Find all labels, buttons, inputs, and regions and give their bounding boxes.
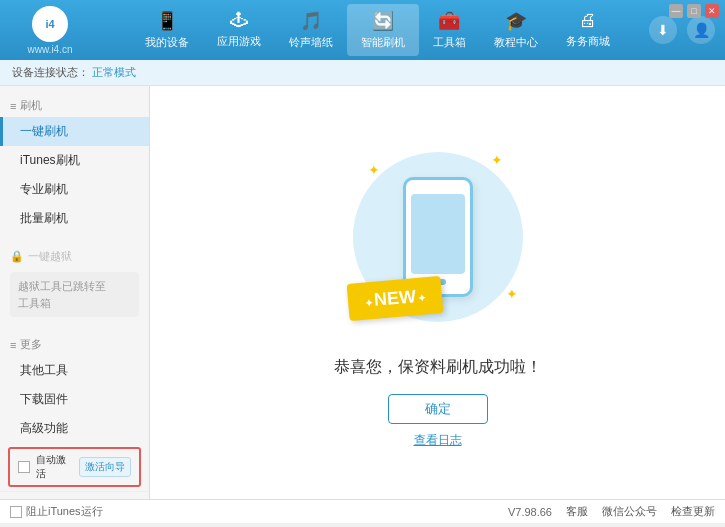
sidebar-section-jailbreak: 🔒 一键越狱 (0, 245, 149, 268)
breadcrumb-status: 正常模式 (92, 66, 136, 78)
sidebar-item-itunes-flash[interactable]: iTunes刷机 (0, 146, 149, 175)
view-log-link[interactable]: 查看日志 (414, 432, 462, 449)
sparkle-icon-1: ✦ (368, 162, 380, 178)
itunes-checkbox[interactable] (10, 506, 22, 518)
nav-ringtones[interactable]: 🎵 铃声墙纸 (275, 4, 347, 56)
breadcrumb-label: 设备连接状态： (12, 66, 89, 78)
header: i4 www.i4.cn 📱 我的设备 🕹 应用游戏 🎵 铃声墙纸 🔄 智能刷机 (0, 0, 725, 60)
my-device-icon: 📱 (156, 10, 178, 32)
nav-smart-flash-label: 智能刷机 (361, 35, 405, 50)
guide-button[interactable]: 激活向导 (79, 457, 131, 477)
logo-icon: i4 (32, 6, 68, 42)
sidebar-item-one-key-flash[interactable]: 一键刷机 (0, 117, 149, 146)
smart-flash-icon: 🔄 (372, 10, 394, 32)
flash-section-icon: ≡ (10, 100, 16, 112)
nav-service[interactable]: 🖨 务务商城 (552, 4, 624, 56)
confirm-button[interactable]: 确定 (388, 394, 488, 424)
success-message: 恭喜您，保资料刷机成功啦！ (334, 357, 542, 378)
content-area: NEW ✦ ✦ ✦ 恭喜您，保资料刷机成功啦！ 确定 查看日志 (150, 86, 725, 499)
nav-my-device-label: 我的设备 (145, 35, 189, 50)
minimize-button[interactable]: — (669, 4, 683, 18)
nav-app-games-label: 应用游戏 (217, 34, 261, 49)
device-name: iPhone 15 Pro Max (31, 498, 138, 499)
phone-illustration: NEW ✦ ✦ ✦ (338, 137, 538, 337)
service-icon: 🖨 (579, 10, 597, 31)
nav-tutorial[interactable]: 🎓 教程中心 (480, 4, 552, 56)
header-right: ⬇ 👤 (649, 16, 715, 44)
ringtones-icon: 🎵 (300, 10, 322, 32)
footer-link-wechat[interactable]: 微信公众号 (602, 504, 657, 519)
version-label: V7.98.66 (508, 506, 552, 518)
nav-bar: 📱 我的设备 🕹 应用游戏 🎵 铃声墙纸 🔄 智能刷机 🧰 工具箱 🎓 (105, 4, 649, 56)
download-button[interactable]: ⬇ (649, 16, 677, 44)
sidebar: ≡ 刷机 一键刷机 iTunes刷机 专业刷机 批量刷机 🔒 一键越狱 越狱工具… (0, 86, 150, 499)
nav-app-games[interactable]: 🕹 应用游戏 (203, 4, 275, 56)
more-section-icon: ≡ (10, 339, 16, 351)
jailbreak-section-icon: 🔒 (10, 250, 24, 263)
main-area: ≡ 刷机 一键刷机 iTunes刷机 专业刷机 批量刷机 🔒 一键越狱 越狱工具… (0, 86, 725, 499)
sidebar-item-download-firmware[interactable]: 下载固件 (0, 385, 149, 414)
nav-smart-flash[interactable]: 🔄 智能刷机 (347, 4, 419, 56)
nav-service-label: 务务商城 (566, 34, 610, 49)
sidebar-item-pro-flash[interactable]: 专业刷机 (0, 175, 149, 204)
sidebar-item-other-tools[interactable]: 其他工具 (0, 356, 149, 385)
sidebar-section-flash: ≡ 刷机 (0, 94, 149, 117)
logo-url: www.i4.cn (27, 44, 72, 55)
maximize-button[interactable]: □ (687, 4, 701, 18)
device-panel: 📱 iPhone 15 Pro Max 512GB iPhone (0, 491, 149, 499)
new-badge: NEW (346, 275, 443, 320)
itunes-label: 阻止iTunes运行 (26, 504, 103, 519)
sidebar-item-batch-flash[interactable]: 批量刷机 (0, 204, 149, 233)
device-info: iPhone 15 Pro Max 512GB iPhone (31, 498, 138, 499)
logo: i4 www.i4.cn (10, 6, 90, 55)
sparkle-icon-3: ✦ (506, 286, 518, 302)
footer-link-update[interactable]: 检查更新 (671, 504, 715, 519)
footer-link-service[interactable]: 客服 (566, 504, 588, 519)
sparkle-icon-2: ✦ (491, 152, 503, 168)
sidebar-item-advanced[interactable]: 高级功能 (0, 414, 149, 443)
tutorial-icon: 🎓 (505, 10, 527, 32)
nav-ringtones-label: 铃声墙纸 (289, 35, 333, 50)
nav-toolbox[interactable]: 🧰 工具箱 (419, 4, 480, 56)
nav-my-device[interactable]: 📱 我的设备 (131, 4, 203, 56)
bottom-bar: 阻止iTunes运行 V7.98.66 客服 微信公众号 检查更新 (0, 499, 725, 523)
sidebar-section-more: ≡ 更多 (0, 333, 149, 356)
auto-activate-label: 自动激活 (36, 453, 73, 481)
close-button[interactable]: ✕ (705, 4, 719, 18)
nav-tutorial-label: 教程中心 (494, 35, 538, 50)
auto-activate-checkbox[interactable] (18, 461, 30, 473)
user-button[interactable]: 👤 (687, 16, 715, 44)
footer-right: V7.98.66 客服 微信公众号 检查更新 (508, 504, 715, 519)
auto-activate-row: 自动激活 激活向导 (8, 447, 141, 487)
nav-toolbox-label: 工具箱 (433, 35, 466, 50)
app-games-icon: 🕹 (230, 10, 248, 31)
breadcrumb: 设备连接状态： 正常模式 (0, 60, 725, 86)
jailbreak-notice: 越狱工具已跳转至工具箱 (10, 272, 139, 317)
toolbox-icon: 🧰 (438, 10, 460, 32)
phone-screen (411, 194, 465, 274)
